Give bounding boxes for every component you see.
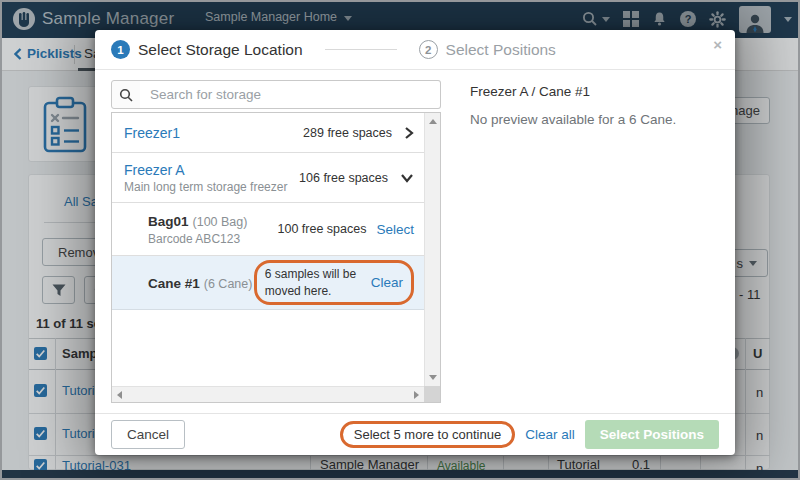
- scroll-up-icon[interactable]: [429, 119, 437, 124]
- clear-link[interactable]: Clear: [371, 275, 403, 290]
- vertical-scrollbar[interactable]: [424, 113, 440, 386]
- location-description: Main long term storage freezer: [124, 180, 287, 194]
- annotation-oval-selection: 6 samples will be moved here. Clear: [254, 260, 414, 304]
- select-link[interactable]: Select: [376, 222, 414, 237]
- scroll-left-icon[interactable]: [117, 391, 122, 399]
- location-row-freezer1[interactable]: Freezer1 289 free spaces: [112, 113, 424, 153]
- location-row-bag01[interactable]: Bag01(100 Bag) Barcode ABC123 100 free s…: [112, 203, 424, 256]
- unit-name: Bag01: [148, 214, 189, 229]
- free-spaces-label: 289 free spaces: [303, 126, 392, 140]
- scrollbar-corner: [424, 386, 440, 402]
- step-1-label: Select Storage Location: [138, 41, 303, 59]
- scroll-right-icon[interactable]: [414, 391, 419, 399]
- location-row-cane1[interactable]: Cane #1(6 Cane) 6 samples will be moved …: [112, 256, 424, 310]
- select-positions-button[interactable]: Select Positions: [585, 420, 719, 449]
- scroll-down-icon[interactable]: [429, 375, 437, 380]
- app-window: Sample Manager Sample Manager Home ?: [0, 0, 800, 480]
- step-1-badge: 1: [111, 40, 130, 59]
- storage-location-list: Freezer1 289 free spaces Freezer A Main …: [111, 112, 441, 403]
- preview-empty-message: No preview available for a 6 Cane.: [470, 112, 676, 127]
- cancel-button[interactable]: Cancel: [111, 420, 185, 449]
- modal-wizard-header: 1 Select Storage Location 2 Select Posit…: [95, 30, 735, 70]
- step-2-badge: 2: [419, 40, 438, 59]
- modal-close-button[interactable]: ×: [713, 37, 722, 52]
- selection-message: 6 samples will be moved here.: [265, 266, 363, 298]
- chevron-down-icon[interactable]: [400, 173, 414, 183]
- step-2-label: Select Positions: [446, 41, 556, 59]
- progress-hint-text: Select 5 more to continue: [354, 427, 501, 442]
- unit-type: (6 Cane): [204, 277, 253, 291]
- unit-barcode: Barcode ABC123: [148, 232, 247, 246]
- storage-search-addon: [111, 80, 141, 109]
- horizontal-scrollbar[interactable]: [112, 386, 424, 402]
- location-name-link[interactable]: Freezer A: [124, 162, 287, 178]
- free-spaces-label: 106 free spaces: [299, 171, 388, 185]
- free-spaces-label: 100 free spaces: [278, 222, 367, 236]
- modal-footer: Cancel Select 5 more to continue Clear a…: [95, 413, 735, 455]
- search-icon: [119, 88, 133, 102]
- unit-type: (100 Bag): [193, 215, 248, 229]
- location-name-link[interactable]: Freezer1: [124, 125, 180, 141]
- unit-name: Cane #1: [148, 276, 200, 291]
- storage-search-input[interactable]: [140, 80, 441, 109]
- clear-all-link[interactable]: Clear all: [525, 427, 575, 442]
- preview-breadcrumb: Freezer A / Cane #1: [470, 84, 590, 99]
- step-connector-line: [325, 49, 397, 50]
- select-storage-location-modal: 1 Select Storage Location 2 Select Posit…: [95, 30, 735, 455]
- annotation-oval-progress-hint: Select 5 more to continue: [340, 421, 515, 448]
- location-row-freezer-a[interactable]: Freezer A Main long term storage freezer…: [112, 153, 424, 203]
- chevron-right-icon[interactable]: [404, 126, 414, 140]
